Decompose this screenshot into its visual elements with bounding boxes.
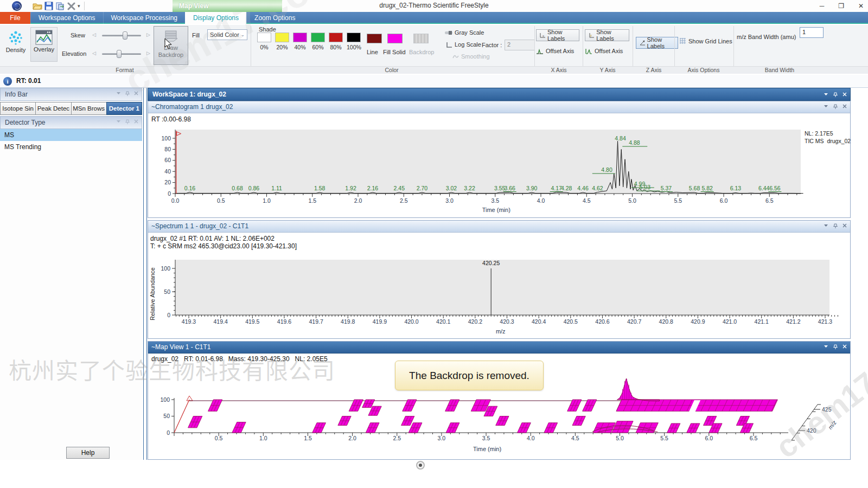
factor-input[interactable]: 2 [505,40,535,50]
elevation-left-arrow-icon[interactable]: ◁ [92,50,96,56]
close-icon[interactable] [134,119,138,124]
sidebar-tab-peak-detec[interactable]: Peak Detec [35,102,71,115]
tab-workspace-options[interactable]: Workspace Options [30,12,103,24]
line-color-chip[interactable] [367,34,382,43]
shade-swatch-100%[interactable] [347,33,361,42]
overlay-button[interactable]: Overlay [30,27,58,62]
close-icon[interactable] [843,92,847,97]
minimize-button[interactable]: ─ [820,2,825,10]
y-axis-show-labels-button[interactable]: y Show Labels [585,29,629,41]
chromatogram-nl-annotation: NL: 2.17E5 TIC MS drugx_02 [805,130,851,145]
shade-swatch-40%[interactable] [293,33,307,42]
y-axis-offset-button[interactable]: Offset Axis [585,48,623,54]
svg-text:420.1: 420.1 [436,318,450,325]
pin-icon[interactable] [833,104,838,109]
pin-icon[interactable] [125,91,130,96]
map-view-title: ~Map View 1 - C1T1 [151,343,211,351]
svg-text:421.0: 421.0 [723,318,737,325]
svg-text:50: 50 [163,413,170,419]
svg-text:2.45: 2.45 [394,185,405,191]
close-button[interactable]: ✕ [858,2,864,10]
title-bar: ▾ drugx_02-Thermo Scientific FreeStyle ─… [0,0,868,12]
z-axis-show-labels-button[interactable]: Show Labels [636,37,678,49]
band-width-group-label: Band Width [765,67,794,73]
skew-left-arrow-icon[interactable]: ◁ [92,32,96,37]
map-view-header[interactable]: ~Map View 1 - C1T1 [148,342,850,354]
svg-text:40: 40 [164,168,171,175]
info-bar-title: Info Bar [5,91,28,98]
log-scale-checkbox[interactable]: Log Scale [446,41,481,48]
svg-text:5.82: 5.82 [701,185,713,191]
svg-text:420.8: 420.8 [659,318,673,325]
density-icon [7,29,24,46]
x-axis-offset-button[interactable]: Offset Axis [536,48,574,54]
chromatogram-plot[interactable]: 0204060801000.00.51.01.52.02.53.03.54.04… [148,115,850,219]
fill-style-dropdown[interactable]: Solid Color ⌄ [207,29,247,40]
shade-swatch-label: 0% [257,44,271,50]
x-axis-show-labels-button[interactable]: x Show Labels [536,29,579,41]
skew-slider-thumb[interactable] [123,31,127,40]
elevation-right-arrow-icon[interactable]: ▷ [146,50,150,56]
sidebar-tab-msn-brows[interactable]: MSn Brows [71,102,106,115]
spectrum-plot[interactable]: 050100419.3419.4419.5419.6419.7419.8419.… [148,251,850,338]
spectrum-header[interactable]: ~Spectrum 1 1 - drugx_02 - C1T1 [148,221,850,233]
close-icon[interactable] [843,104,847,108]
tab-file[interactable]: File [0,12,30,24]
fill-style-value: Solid Color [210,31,239,38]
sidebar-tab-isotope-sin[interactable]: Isotope Sin [0,102,35,115]
panel-splitter[interactable] [143,88,147,460]
tab-display-options[interactable]: Display Options [185,12,246,24]
svg-text:420.7: 420.7 [627,318,641,325]
shade-swatch-label: 60% [311,44,325,50]
smoothing-icon [452,54,459,59]
svg-text:5.0: 5.0 [616,435,624,441]
svg-text:4.17: 4.17 [551,185,562,191]
x-axis-offset-label: Offset Axis [546,48,574,54]
elevation-slider[interactable] [102,53,141,55]
restore-button[interactable]: ❐ [838,2,844,10]
shade-swatch-20%[interactable] [275,33,289,42]
detector-item-ms-trending[interactable]: MS Trending [0,141,142,153]
chevron-down-icon[interactable] [824,92,828,97]
shade-swatch-0%[interactable] [257,33,271,42]
chevron-down-icon[interactable] [824,344,828,349]
svg-text:6.13: 6.13 [730,185,742,191]
pin-icon[interactable] [833,92,838,97]
close-icon[interactable] [843,223,847,228]
chevron-down-icon[interactable] [824,104,828,108]
chevron-down-icon[interactable] [824,223,828,228]
skew-slider[interactable] [102,35,141,36]
chevron-down-icon[interactable] [116,91,121,95]
pin-icon[interactable] [125,119,130,124]
close-icon[interactable] [134,91,138,95]
fill-solid-color-chip[interactable] [387,34,403,43]
svg-text:20: 20 [164,179,171,185]
band-width-input[interactable]: 1 [800,27,824,38]
density-button[interactable]: Density [2,27,29,62]
chevron-down-icon[interactable] [116,119,121,124]
tab-zoom-options[interactable]: Zoom Options [246,12,303,24]
workspace-header[interactable]: WorkSpace 1: drugx_02 [148,88,851,101]
svg-text:1.92: 1.92 [345,185,356,191]
help-button[interactable]: Help [66,447,110,459]
shade-swatch-60%[interactable] [311,33,325,42]
svg-text:420.6: 420.6 [595,318,609,325]
factor-label: Factor : [482,42,502,48]
tab-workspace-processing[interactable]: Workspace Processing [103,12,186,24]
svg-text:419.3: 419.3 [182,318,196,325]
svg-text:6.0: 6.0 [705,435,713,441]
pin-icon[interactable] [833,223,838,228]
chromatogram-header[interactable]: ~Chromatogram 1 drugx_02 [148,101,850,113]
close-icon[interactable] [843,344,847,349]
sidebar-tab-detector-1[interactable]: Detector 1 [106,102,142,115]
show-grid-lines-button[interactable]: Show Grid Lines [679,38,732,44]
skew-right-arrow-icon[interactable]: ▷ [146,32,150,37]
detector-item-ms[interactable]: MS [0,129,142,141]
pin-icon[interactable] [833,344,838,349]
spectrum-scan-info: drugx_02 #1 RT: 0.01 AV: 1 NL: 2.06E+002 [150,235,275,242]
map-view-info: drugx_02 RT: 0.01-6.98 Mass: 419.30-425.… [151,355,328,363]
shade-swatch-80%[interactable] [329,33,343,42]
svg-text:4.46: 4.46 [577,185,589,191]
elevation-slider-thumb[interactable] [117,50,122,58]
gray-scale-toggle[interactable]: Gray Scale [445,29,484,36]
